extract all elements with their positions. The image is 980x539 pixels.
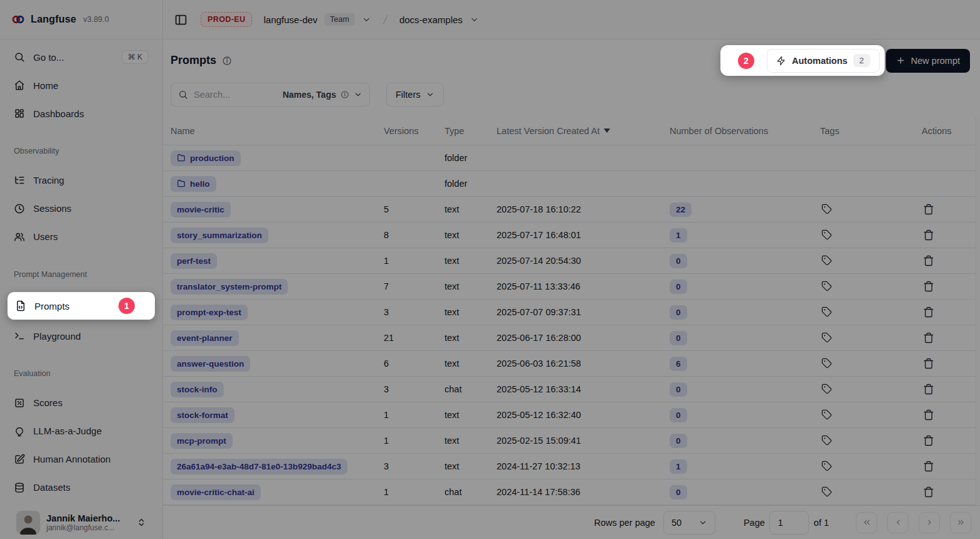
prompt-name: movie-critic-chat-ai <box>177 488 255 497</box>
prompt-name-badge[interactable]: prompt-exp-test <box>171 305 248 320</box>
search-scope-select[interactable]: Names, Tags <box>283 90 362 100</box>
sidebar-item-prompts[interactable]: Prompts 1 <box>8 292 155 320</box>
sidebar-item-datasets[interactable]: Datasets <box>8 476 155 499</box>
tag-icon-button[interactable] <box>820 485 833 498</box>
table-row[interactable]: answer-question 6 text 2025-06-03 16:21:… <box>163 351 980 377</box>
prompt-name-badge[interactable]: perf-test <box>171 253 217 269</box>
new-prompt-button[interactable]: New prompt <box>886 49 970 73</box>
prompt-name: movie-critic <box>177 205 224 214</box>
prompt-name-badge[interactable]: event-planner <box>171 330 239 346</box>
tag-icon-button[interactable] <box>820 228 833 241</box>
table-row[interactable]: mcp-prompt 1 text 2025-02-15 15:09:41 0 <box>163 428 980 454</box>
page-number-input[interactable]: 1 <box>769 511 809 535</box>
table-row[interactable]: translator_system-prompt 7 text 2025-07-… <box>163 274 980 300</box>
sidebar-item-llm-as-a-judge[interactable]: LLM-as-a-Judge <box>8 420 155 442</box>
table-row[interactable]: event-planner 21 text 2025-06-17 16:28:0… <box>163 325 980 351</box>
tag-icon-button[interactable] <box>820 382 833 395</box>
versions-cell: 6 <box>384 358 445 369</box>
first-page-button[interactable] <box>856 512 877 533</box>
prompt-name-badge[interactable]: stock-format <box>171 407 234 423</box>
versions-cell: 1 <box>384 487 445 497</box>
sidebar-item-goto[interactable]: Go to... ⌘ K <box>8 46 155 68</box>
delete-button[interactable] <box>922 485 935 499</box>
prompt-name-badge[interactable]: mcp-prompt <box>171 433 233 449</box>
search-icon <box>14 51 25 63</box>
info-icon[interactable] <box>222 56 232 66</box>
table-row[interactable]: stock-format 1 text 2025-05-12 16:32:40 … <box>163 402 980 428</box>
sidebar-item-sessions[interactable]: Sessions <box>8 197 155 220</box>
table-row[interactable]: hello folder <box>163 171 980 197</box>
automations-button[interactable]: Automations 2 <box>767 49 880 73</box>
prompt-name-badge[interactable]: production <box>171 150 241 166</box>
tag-icon-button[interactable] <box>820 202 833 216</box>
observations-badge: 0 <box>670 408 687 422</box>
sidebar-item-human-annotation[interactable]: Human Annotation <box>8 448 155 471</box>
tag-icon-button[interactable] <box>820 254 833 267</box>
prompt-name-badge[interactable]: movie-critic-chat-ai <box>171 484 261 500</box>
table-row[interactable]: stock-info 3 chat 2025-05-12 16:33:14 0 <box>163 377 980 402</box>
delete-button[interactable] <box>922 434 935 447</box>
delete-button[interactable] <box>922 305 935 319</box>
rows-per-page-select[interactable]: 50 <box>663 511 715 535</box>
percent-square-icon <box>14 397 25 409</box>
table-row[interactable]: story_summarization 8 text 2025-07-17 16… <box>163 222 980 248</box>
prompt-name-badge[interactable]: translator_system-prompt <box>171 279 288 295</box>
table-row[interactable]: prompt-exp-test 3 text 2025-07-07 09:37:… <box>163 300 980 325</box>
delete-button[interactable] <box>922 331 935 345</box>
table-row[interactable]: movie-critic-chat-ai 1 chat 2024-11-14 1… <box>163 479 980 505</box>
observations-badge: 6 <box>670 357 687 371</box>
delete-button[interactable] <box>922 280 935 293</box>
prompt-name-badge[interactable]: stock-info <box>171 382 224 397</box>
created-at-cell: 2024-11-27 10:32:13 <box>497 461 670 471</box>
delete-button[interactable] <box>922 357 935 370</box>
search-input[interactable]: Search... Names, Tags <box>171 83 370 107</box>
column-header-latest-version-created-at[interactable]: Latest Version Created At <box>497 126 670 136</box>
filters-button[interactable]: Filters <box>386 83 444 107</box>
created-at-cell: 2025-05-12 16:32:40 <box>497 410 670 420</box>
panel-left-toggle[interactable] <box>174 13 187 26</box>
sidebar-item-dashboards[interactable]: Dashboards <box>8 102 155 125</box>
versions-cell: 1 <box>384 410 445 420</box>
delete-button[interactable] <box>922 382 935 396</box>
app-title: Langfuse <box>31 14 76 25</box>
tag-icon-button[interactable] <box>820 434 833 447</box>
next-page-button[interactable] <box>919 512 940 533</box>
prompt-name-badge[interactable]: story_summarization <box>171 228 268 243</box>
prompt-name-badge[interactable]: answer-question <box>171 356 250 372</box>
delete-button[interactable] <box>922 254 935 268</box>
sidebar-item-home[interactable]: Home <box>8 74 155 97</box>
created-at-cell: 2025-05-12 16:33:14 <box>497 384 670 394</box>
table-row[interactable]: perf-test 1 text 2025-07-14 20:54:30 0 <box>163 248 980 274</box>
tag-icon-button[interactable] <box>820 280 833 293</box>
project-switcher-chevron-icon[interactable] <box>470 15 479 24</box>
prompt-name-badge[interactable]: movie-critic <box>171 202 231 217</box>
tag-icon-button[interactable] <box>820 408 833 421</box>
delete-button[interactable] <box>922 459 935 473</box>
chevron-down-icon <box>354 90 362 99</box>
column-header-observations: Number of Observations <box>670 126 820 136</box>
sidebar-item-scores[interactable]: Scores <box>8 392 155 414</box>
previous-page-button[interactable] <box>887 512 909 533</box>
table-row[interactable]: movie-critic 5 text 2025-07-18 16:10:22 … <box>163 197 980 222</box>
sidebar-item-users[interactable]: Users <box>8 226 155 248</box>
table-row[interactable]: production folder <box>163 145 980 171</box>
prompt-name-badge[interactable]: 26a61a94-e3ab-48d7-81e0-13b929bad4c3 <box>171 459 347 474</box>
tag-icon-button[interactable] <box>820 459 833 473</box>
tag-icon-button[interactable] <box>820 357 833 370</box>
delete-button[interactable] <box>922 408 935 422</box>
table-row[interactable]: 26a61a94-e3ab-48d7-81e0-13b929bad4c3 3 t… <box>163 454 980 479</box>
breadcrumb-separator <box>379 14 391 26</box>
tag-icon-button[interactable] <box>820 305 833 318</box>
chevron-down-icon <box>426 90 435 99</box>
delete-button[interactable] <box>922 228 935 242</box>
user-menu[interactable]: Jannik Maierho... jannik@langfuse.c... <box>8 505 155 539</box>
last-page-button[interactable] <box>950 512 971 533</box>
delete-button[interactable] <box>922 202 935 216</box>
scrollbar-gutter[interactable] <box>976 117 980 505</box>
sidebar-item-tracing[interactable]: Tracing <box>8 169 155 192</box>
sidebar-item-playground[interactable]: Playground <box>8 325 155 347</box>
prompt-name-badge[interactable]: hello <box>171 176 216 192</box>
pen-square-icon <box>14 454 25 465</box>
tag-icon-button[interactable] <box>820 331 833 344</box>
org-switcher-chevron-icon[interactable] <box>362 15 371 24</box>
